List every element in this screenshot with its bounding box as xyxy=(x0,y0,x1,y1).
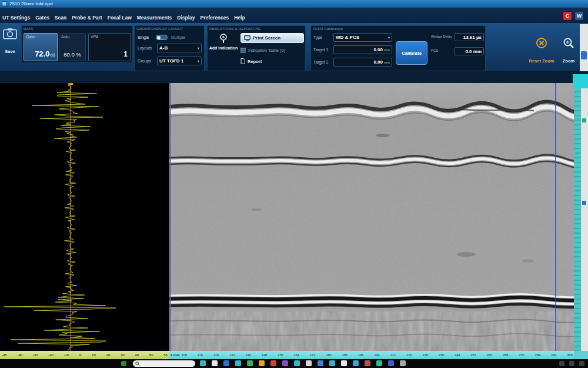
zoom-label: Zoom xyxy=(557,58,580,64)
background-window-strip xyxy=(580,24,588,71)
pcs-field[interactable]: 0.0 mm xyxy=(455,47,484,55)
amplitude-tick: 10 xyxy=(92,353,96,357)
amplitude-tick: 20 xyxy=(106,353,111,357)
taskbar-icon[interactable] xyxy=(259,360,265,366)
amplitude-tick: 30 xyxy=(121,353,125,357)
taskbar-icon[interactable] xyxy=(270,360,276,366)
layouts-value: A-B xyxy=(159,45,168,51)
wedge-delay-field[interactable]: 13.61 µs xyxy=(455,33,484,41)
magnifier-icon xyxy=(563,37,574,49)
tray-icon[interactable] xyxy=(569,361,574,366)
taskbar-search-box[interactable] xyxy=(133,360,195,367)
wedge-delay-value: 13.61 µs xyxy=(463,35,482,40)
amplitude-tick: -30 xyxy=(33,353,38,357)
taskbar-icon[interactable] xyxy=(223,360,229,366)
background-app-icon[interactable]: C xyxy=(563,12,572,20)
scan-axis-unit: 2 mm xyxy=(171,353,180,357)
taskbar-icon[interactable] xyxy=(212,360,218,366)
single-multiple-toggle[interactable] xyxy=(156,35,168,40)
ascan-view[interactable] xyxy=(0,83,169,351)
taskbar-icon[interactable] xyxy=(365,360,370,366)
taskbar-icon[interactable] xyxy=(341,360,347,366)
pcs-label: PCS xyxy=(431,49,438,52)
taskbar-icon[interactable] xyxy=(388,360,394,366)
menu-item[interactable]: Help xyxy=(234,15,245,21)
menu-item[interactable]: Preferences xyxy=(201,15,229,21)
vpa-field[interactable]: VPA 1 xyxy=(88,33,131,61)
tofd-view[interactable] xyxy=(169,83,574,351)
add-indication-label: Add Indication xyxy=(209,46,238,51)
target1-field[interactable]: 0.00mm xyxy=(333,45,392,54)
background-window-edge xyxy=(581,83,588,351)
scan-tick: 172 xyxy=(310,353,315,357)
scan-tick: 260 xyxy=(487,353,492,357)
menu-bar: UT SettingsGatesScanProbe & PartFocal La… xyxy=(0,8,588,23)
print-screen-button[interactable]: Print Screen xyxy=(240,33,304,43)
gain-field[interactable]: Gain 72.0dB xyxy=(24,33,58,61)
amplitude-tick: -20 xyxy=(48,353,54,357)
tray-icon[interactable] xyxy=(579,361,584,366)
groups-dropdown[interactable]: UT TOFD 1 xyxy=(157,57,202,65)
gain-label: Gain xyxy=(26,35,55,39)
background-app-icon[interactable]: W xyxy=(575,12,583,20)
scan-axis-ruler: 2 mm 10811612413214014815616417218018819… xyxy=(169,351,574,359)
menu-item[interactable]: Probe & Part xyxy=(72,15,102,21)
ruler-corner xyxy=(574,351,588,359)
auto-gain-field[interactable]: Auto 80.0 % xyxy=(59,33,86,61)
groups-value: UT TOFD 1 xyxy=(159,58,183,64)
layouts-label: Layouts xyxy=(138,46,152,50)
amplitude-tick: -10 xyxy=(64,353,69,357)
menu-items: UT SettingsGatesScanProbe & PartFocal La… xyxy=(0,15,245,23)
layout-panel: GROUP/DISPLAY LAYOUT Single Multiple Lay… xyxy=(134,25,205,71)
taskbar-icon[interactable] xyxy=(247,360,253,366)
right-cyan-block xyxy=(573,74,588,84)
taskbar-icon[interactable] xyxy=(329,360,335,366)
indication-table-button[interactable]: Indication Table (0) xyxy=(240,48,285,53)
title-bar: 2510 20mm tofd.opd xyxy=(0,0,588,8)
taskbar-icon[interactable] xyxy=(235,360,241,366)
taskbar-icon[interactable] xyxy=(400,360,406,366)
menu-item[interactable]: UT Settings xyxy=(2,15,30,21)
calibrate-button[interactable]: Calibrate xyxy=(396,41,427,65)
menu-item[interactable]: Display xyxy=(177,15,195,21)
tofd-panel-header: TOFD Calibration xyxy=(311,26,485,31)
taskbar-icon[interactable] xyxy=(200,360,206,366)
taskbar-icon[interactable] xyxy=(376,360,382,366)
zoom-button[interactable]: Zoom xyxy=(557,37,580,64)
app-window: 2510 20mm tofd.opd UT SettingsGatesScanP… xyxy=(0,0,588,368)
add-indication-button[interactable]: Add Indication xyxy=(209,33,238,51)
type-dropdown[interactable]: WD & PCS xyxy=(333,33,392,42)
scan-tick: 284 xyxy=(535,353,540,357)
taskbar-icon[interactable] xyxy=(306,360,312,366)
amplitude-tick: 50 xyxy=(149,353,153,357)
taskbar-icon[interactable] xyxy=(318,360,323,366)
taskbar-icon[interactable] xyxy=(353,360,359,366)
reset-zoom-button[interactable]: Reset Zoom xyxy=(528,37,555,64)
background-fleck xyxy=(582,118,586,122)
print-screen-label: Print Screen xyxy=(253,35,280,41)
auto-value: 80.0 % xyxy=(59,51,85,58)
menu-item[interactable]: Measurements xyxy=(137,15,172,21)
menu-item[interactable]: Gates xyxy=(35,15,49,21)
layouts-dropdown[interactable]: A-B xyxy=(157,44,202,52)
background-fleck xyxy=(582,201,586,205)
menu-item[interactable]: Focal Law xyxy=(108,15,132,21)
magnifier-plus-icon xyxy=(219,33,228,44)
auto-label: Auto xyxy=(61,35,83,39)
report-button[interactable]: Report xyxy=(240,58,262,64)
scan-tick: 180 xyxy=(326,353,331,357)
tray-icon[interactable] xyxy=(559,361,564,366)
report-label: Report xyxy=(248,59,262,64)
chevron-down-icon xyxy=(198,59,199,63)
menu-item[interactable]: Scan xyxy=(55,15,66,21)
depth-scrollbar[interactable] xyxy=(574,83,581,351)
save-button[interactable]: Save xyxy=(1,28,19,54)
scan-tick: 236 xyxy=(439,353,444,357)
taskbar-app-icon[interactable] xyxy=(121,361,126,366)
target2-field[interactable]: 0.00mm xyxy=(333,58,392,67)
right-cyan-header xyxy=(574,83,588,88)
taskbar-icon[interactable] xyxy=(294,360,300,366)
scan-tick: 140 xyxy=(246,353,251,357)
taskbar-icon[interactable] xyxy=(282,360,288,366)
camera-icon xyxy=(3,28,17,39)
